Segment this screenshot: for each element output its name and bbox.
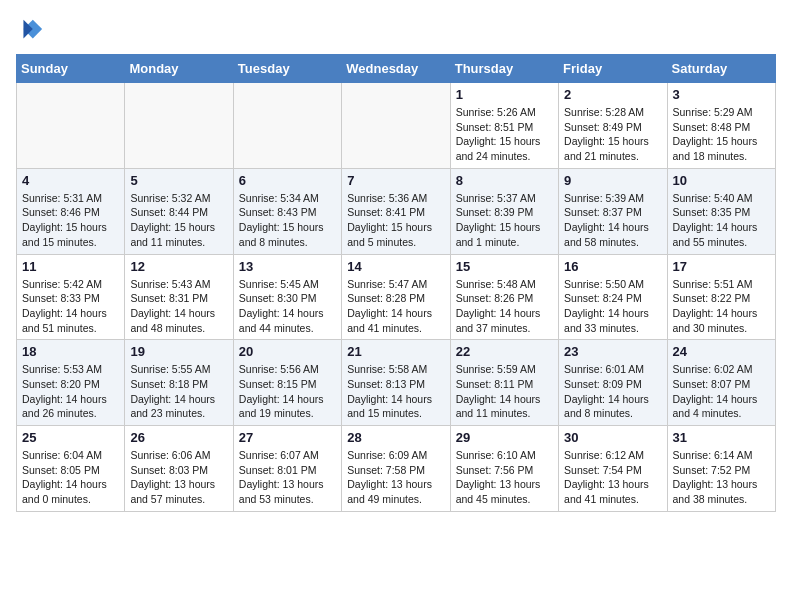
day-info: Sunrise: 5:32 AMSunset: 8:44 PMDaylight:…: [130, 191, 227, 250]
calendar-cell: 18Sunrise: 5:53 AMSunset: 8:20 PMDayligh…: [17, 340, 125, 426]
calendar-cell: [233, 83, 341, 169]
calendar-cell: 27Sunrise: 6:07 AMSunset: 8:01 PMDayligh…: [233, 426, 341, 512]
day-info: Sunrise: 6:07 AMSunset: 8:01 PMDaylight:…: [239, 448, 336, 507]
week-row-3: 11Sunrise: 5:42 AMSunset: 8:33 PMDayligh…: [17, 254, 776, 340]
day-info: Sunrise: 5:55 AMSunset: 8:18 PMDaylight:…: [130, 362, 227, 421]
calendar-cell: 30Sunrise: 6:12 AMSunset: 7:54 PMDayligh…: [559, 426, 667, 512]
day-info: Sunrise: 6:02 AMSunset: 8:07 PMDaylight:…: [673, 362, 770, 421]
day-info: Sunrise: 5:29 AMSunset: 8:48 PMDaylight:…: [673, 105, 770, 164]
day-info: Sunrise: 5:26 AMSunset: 8:51 PMDaylight:…: [456, 105, 553, 164]
day-info: Sunrise: 5:42 AMSunset: 8:33 PMDaylight:…: [22, 277, 119, 336]
day-info: Sunrise: 6:04 AMSunset: 8:05 PMDaylight:…: [22, 448, 119, 507]
calendar-cell: 26Sunrise: 6:06 AMSunset: 8:03 PMDayligh…: [125, 426, 233, 512]
day-info: Sunrise: 5:39 AMSunset: 8:37 PMDaylight:…: [564, 191, 661, 250]
calendar-cell: 9Sunrise: 5:39 AMSunset: 8:37 PMDaylight…: [559, 168, 667, 254]
day-number: 4: [22, 173, 119, 188]
day-number: 16: [564, 259, 661, 274]
day-number: 5: [130, 173, 227, 188]
calendar-cell: 19Sunrise: 5:55 AMSunset: 8:18 PMDayligh…: [125, 340, 233, 426]
day-info: Sunrise: 5:58 AMSunset: 8:13 PMDaylight:…: [347, 362, 444, 421]
calendar-cell: 16Sunrise: 5:50 AMSunset: 8:24 PMDayligh…: [559, 254, 667, 340]
day-number: 14: [347, 259, 444, 274]
calendar-cell: [125, 83, 233, 169]
day-number: 8: [456, 173, 553, 188]
calendar-cell: 10Sunrise: 5:40 AMSunset: 8:35 PMDayligh…: [667, 168, 775, 254]
day-number: 29: [456, 430, 553, 445]
day-info: Sunrise: 5:31 AMSunset: 8:46 PMDaylight:…: [22, 191, 119, 250]
day-info: Sunrise: 5:28 AMSunset: 8:49 PMDaylight:…: [564, 105, 661, 164]
day-info: Sunrise: 5:40 AMSunset: 8:35 PMDaylight:…: [673, 191, 770, 250]
calendar-table: SundayMondayTuesdayWednesdayThursdayFrid…: [16, 54, 776, 512]
day-info: Sunrise: 6:14 AMSunset: 7:52 PMDaylight:…: [673, 448, 770, 507]
calendar-cell: 21Sunrise: 5:58 AMSunset: 8:13 PMDayligh…: [342, 340, 450, 426]
logo: [16, 16, 46, 44]
calendar-cell: 11Sunrise: 5:42 AMSunset: 8:33 PMDayligh…: [17, 254, 125, 340]
week-row-4: 18Sunrise: 5:53 AMSunset: 8:20 PMDayligh…: [17, 340, 776, 426]
day-number: 10: [673, 173, 770, 188]
day-number: 21: [347, 344, 444, 359]
calendar-cell: 14Sunrise: 5:47 AMSunset: 8:28 PMDayligh…: [342, 254, 450, 340]
calendar-cell: 3Sunrise: 5:29 AMSunset: 8:48 PMDaylight…: [667, 83, 775, 169]
col-header-thursday: Thursday: [450, 55, 558, 83]
day-number: 9: [564, 173, 661, 188]
day-info: Sunrise: 6:10 AMSunset: 7:56 PMDaylight:…: [456, 448, 553, 507]
day-info: Sunrise: 6:09 AMSunset: 7:58 PMDaylight:…: [347, 448, 444, 507]
col-header-friday: Friday: [559, 55, 667, 83]
day-number: 2: [564, 87, 661, 102]
week-row-1: 1Sunrise: 5:26 AMSunset: 8:51 PMDaylight…: [17, 83, 776, 169]
day-number: 3: [673, 87, 770, 102]
calendar-cell: 13Sunrise: 5:45 AMSunset: 8:30 PMDayligh…: [233, 254, 341, 340]
calendar-cell: 29Sunrise: 6:10 AMSunset: 7:56 PMDayligh…: [450, 426, 558, 512]
calendar-cell: 12Sunrise: 5:43 AMSunset: 8:31 PMDayligh…: [125, 254, 233, 340]
calendar-cell: 23Sunrise: 6:01 AMSunset: 8:09 PMDayligh…: [559, 340, 667, 426]
col-header-tuesday: Tuesday: [233, 55, 341, 83]
calendar-cell: 7Sunrise: 5:36 AMSunset: 8:41 PMDaylight…: [342, 168, 450, 254]
day-number: 1: [456, 87, 553, 102]
calendar-cell: 8Sunrise: 5:37 AMSunset: 8:39 PMDaylight…: [450, 168, 558, 254]
col-header-wednesday: Wednesday: [342, 55, 450, 83]
day-number: 12: [130, 259, 227, 274]
page-header: [16, 16, 776, 44]
day-number: 23: [564, 344, 661, 359]
day-number: 7: [347, 173, 444, 188]
day-info: Sunrise: 5:56 AMSunset: 8:15 PMDaylight:…: [239, 362, 336, 421]
day-number: 19: [130, 344, 227, 359]
day-info: Sunrise: 6:01 AMSunset: 8:09 PMDaylight:…: [564, 362, 661, 421]
day-info: Sunrise: 6:12 AMSunset: 7:54 PMDaylight:…: [564, 448, 661, 507]
col-header-sunday: Sunday: [17, 55, 125, 83]
day-info: Sunrise: 5:37 AMSunset: 8:39 PMDaylight:…: [456, 191, 553, 250]
day-info: Sunrise: 5:45 AMSunset: 8:30 PMDaylight:…: [239, 277, 336, 336]
calendar-cell: 2Sunrise: 5:28 AMSunset: 8:49 PMDaylight…: [559, 83, 667, 169]
day-info: Sunrise: 6:06 AMSunset: 8:03 PMDaylight:…: [130, 448, 227, 507]
calendar-cell: 20Sunrise: 5:56 AMSunset: 8:15 PMDayligh…: [233, 340, 341, 426]
day-number: 6: [239, 173, 336, 188]
calendar-header-row: SundayMondayTuesdayWednesdayThursdayFrid…: [17, 55, 776, 83]
day-info: Sunrise: 5:51 AMSunset: 8:22 PMDaylight:…: [673, 277, 770, 336]
col-header-monday: Monday: [125, 55, 233, 83]
day-info: Sunrise: 5:53 AMSunset: 8:20 PMDaylight:…: [22, 362, 119, 421]
day-number: 24: [673, 344, 770, 359]
calendar-cell: 5Sunrise: 5:32 AMSunset: 8:44 PMDaylight…: [125, 168, 233, 254]
day-number: 20: [239, 344, 336, 359]
calendar-cell: 6Sunrise: 5:34 AMSunset: 8:43 PMDaylight…: [233, 168, 341, 254]
day-number: 22: [456, 344, 553, 359]
day-info: Sunrise: 5:34 AMSunset: 8:43 PMDaylight:…: [239, 191, 336, 250]
day-number: 11: [22, 259, 119, 274]
calendar-cell: 25Sunrise: 6:04 AMSunset: 8:05 PMDayligh…: [17, 426, 125, 512]
week-row-2: 4Sunrise: 5:31 AMSunset: 8:46 PMDaylight…: [17, 168, 776, 254]
calendar-cell: 15Sunrise: 5:48 AMSunset: 8:26 PMDayligh…: [450, 254, 558, 340]
day-number: 30: [564, 430, 661, 445]
calendar-cell: 31Sunrise: 6:14 AMSunset: 7:52 PMDayligh…: [667, 426, 775, 512]
calendar-cell: 1Sunrise: 5:26 AMSunset: 8:51 PMDaylight…: [450, 83, 558, 169]
day-number: 15: [456, 259, 553, 274]
day-info: Sunrise: 5:50 AMSunset: 8:24 PMDaylight:…: [564, 277, 661, 336]
calendar-cell: 17Sunrise: 5:51 AMSunset: 8:22 PMDayligh…: [667, 254, 775, 340]
week-row-5: 25Sunrise: 6:04 AMSunset: 8:05 PMDayligh…: [17, 426, 776, 512]
day-number: 25: [22, 430, 119, 445]
calendar-cell: [342, 83, 450, 169]
day-number: 18: [22, 344, 119, 359]
day-number: 26: [130, 430, 227, 445]
day-info: Sunrise: 5:48 AMSunset: 8:26 PMDaylight:…: [456, 277, 553, 336]
day-info: Sunrise: 5:43 AMSunset: 8:31 PMDaylight:…: [130, 277, 227, 336]
logo-icon: [16, 16, 44, 44]
